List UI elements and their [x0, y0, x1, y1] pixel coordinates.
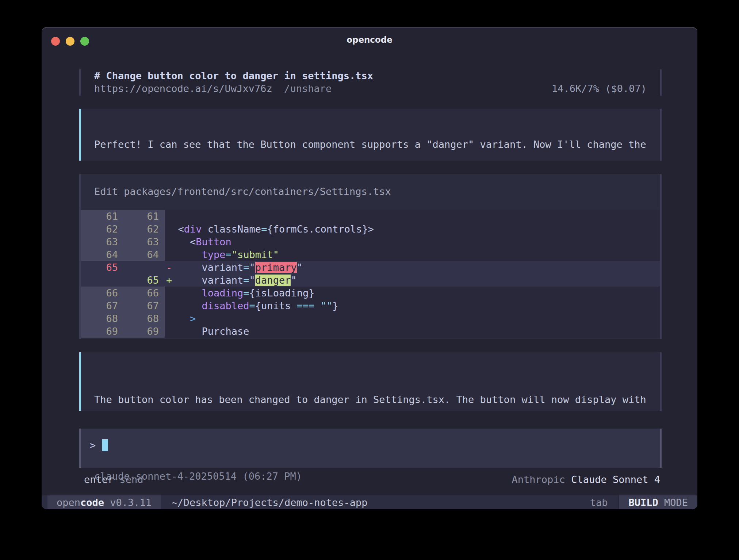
context-stats: 14.6K/7% ($0.07) — [552, 82, 647, 95]
new-line-number: 66 — [118, 287, 159, 299]
old-line-number: 65 — [81, 261, 118, 274]
new-line-number: 62 — [118, 223, 159, 235]
app-version-badge: opencode v0.3.11 — [47, 495, 161, 509]
diff-code-line: + variant="danger" — [165, 274, 660, 287]
new-line-number: 63 — [118, 235, 159, 248]
prompt-input[interactable]: > — [79, 429, 662, 468]
edit-tool-title: Edit packages/frontend/src/containers/Se… — [94, 185, 647, 198]
text-cursor — [102, 439, 108, 451]
new-line-number: 64 — [118, 248, 159, 261]
assistant-message: The button color has been changed to dan… — [79, 352, 662, 411]
status-bar: opencode v0.3.11 ~/Desktop/Projects/demo… — [42, 495, 697, 509]
new-line-number: 68 — [118, 312, 159, 325]
diff-code-line: > — [165, 312, 660, 325]
session-header: # Change button color to danger in setti… — [79, 69, 662, 96]
new-line-number: 65 — [118, 274, 159, 287]
model-indicator: Anthropic Claude Sonnet 4 — [512, 473, 660, 486]
diff-code-line: disabled={units === ""} — [165, 299, 660, 312]
terminal-window: opencode # Change button color to danger… — [42, 27, 697, 509]
diff-row: 6868 > — [81, 312, 660, 325]
old-line-number: 68 — [81, 312, 118, 325]
diff-row: 6464 type="submit" — [81, 248, 660, 261]
share-url-line: https://opencode.ai/s/UwJxv76z /unshare — [94, 82, 332, 95]
diff-row: 6262 <div className={formCs.controls}> — [81, 223, 660, 235]
diff-code-line: <Button — [165, 235, 660, 248]
mode-badge[interactable]: BUILD MODE — [618, 495, 697, 509]
edit-tool-panel: Edit packages/frontend/src/containers/Se… — [79, 174, 662, 339]
assistant-message: Perfect! I can see that the Button compo… — [79, 109, 662, 161]
hint-bar: enter send Anthropic Claude Sonnet 4 — [79, 473, 662, 486]
new-line-number: 61 — [118, 210, 159, 223]
titlebar: opencode — [42, 27, 697, 53]
diff-row: 65- variant="primary" — [81, 261, 660, 274]
old-line-number: 63 — [81, 235, 118, 248]
message-text: Perfect! I can see that the Button compo… — [94, 138, 649, 151]
old-line-number: 66 — [81, 287, 118, 299]
old-line-number: 67 — [81, 299, 118, 312]
mode-toggle-keybind: tab — [590, 496, 608, 509]
working-directory: ~/Desktop/Projects/demo-notes-app — [172, 496, 367, 509]
send-hint: enter send — [84, 473, 143, 486]
diff-code-line: Purchase — [165, 325, 660, 338]
unshare-command[interactable]: /unshare — [284, 83, 332, 94]
diff-code-line: type="submit" — [165, 248, 660, 261]
old-line-number: 64 — [81, 248, 118, 261]
diff-code-line: loading={isLoading} — [165, 287, 660, 299]
diff-row: 6363 <Button — [81, 235, 660, 248]
new-line-number: 69 — [118, 325, 159, 338]
window-title: opencode — [42, 35, 697, 45]
old-line-number: 69 — [81, 325, 118, 338]
diff-code-line: - variant="primary" — [165, 261, 660, 274]
diff-row: 6767 disabled={units === ""} — [81, 299, 660, 312]
message-text: The button color has been changed to dan… — [94, 393, 649, 406]
diff-row: 65+ variant="danger" — [81, 274, 660, 287]
old-line-number: 62 — [81, 223, 118, 235]
old-line-number — [81, 274, 118, 287]
session-title: # Change button color to danger in setti… — [94, 69, 647, 82]
diff-row: 6666 loading={isLoading} — [81, 287, 660, 299]
diff-code-line: <div className={formCs.controls}> — [165, 223, 660, 235]
diff-row: 6969 Purchase — [81, 325, 660, 338]
diff-view: 61616262 <div className={formCs.controls… — [81, 210, 660, 338]
diff-row: 6161 — [81, 210, 660, 223]
share-url[interactable]: https://opencode.ai/s/UwJxv76z — [94, 83, 272, 94]
diff-code-line — [165, 210, 660, 223]
new-line-number: 67 — [118, 299, 159, 312]
new-line-number — [118, 261, 159, 274]
old-line-number: 61 — [81, 210, 118, 223]
prompt-char: > — [90, 440, 96, 451]
